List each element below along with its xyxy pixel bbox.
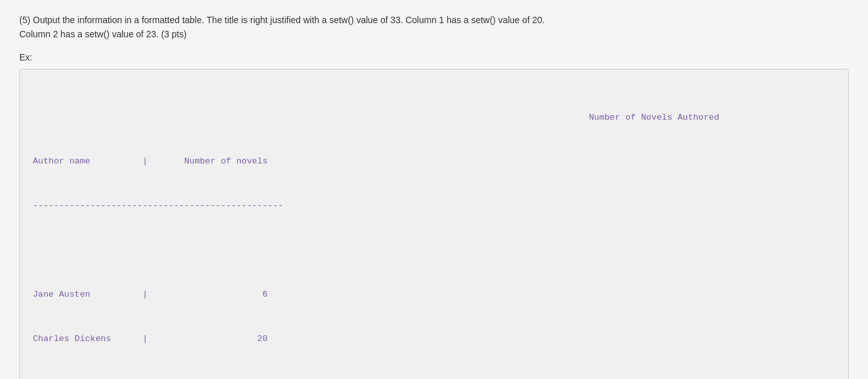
question-line2: Column 2 has a setw() value of 23. (3 pt…	[19, 29, 187, 39]
code-divider: ----------------------------------------…	[33, 199, 835, 214]
table-row: Ernest Hemingway | 9	[33, 376, 835, 379]
code-blank	[33, 243, 835, 258]
question-line1: (5) Output the information in a formatte…	[19, 15, 545, 25]
table-row: Charles Dickens | 20	[33, 332, 835, 347]
code-header-row: Author name | Number of novels	[33, 154, 835, 169]
table-row: Jane Austen | 6	[33, 288, 835, 302]
code-title: Number of Novels Authored	[33, 111, 835, 125]
ex-label: Ex:	[19, 52, 849, 62]
question-text: (5) Output the information in a formatte…	[19, 13, 849, 42]
code-box: Number of Novels Authored Author name | …	[19, 69, 849, 379]
